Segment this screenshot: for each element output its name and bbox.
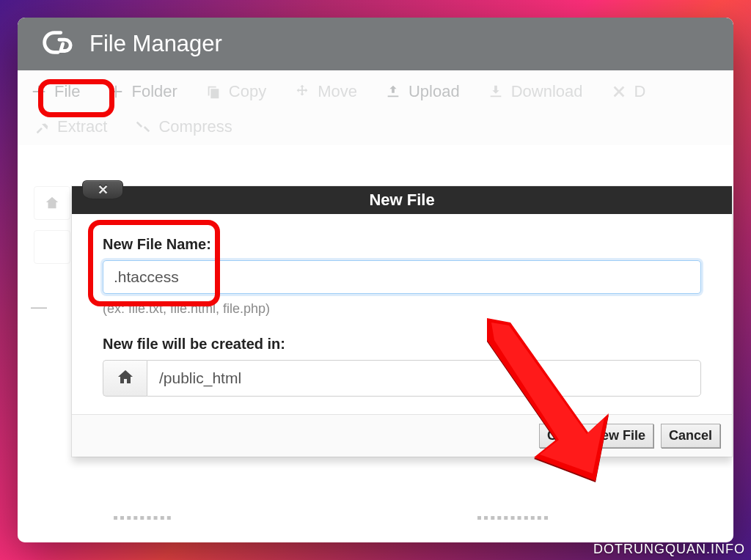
compress-icon xyxy=(135,119,151,135)
plus-icon xyxy=(31,84,47,100)
copy-button[interactable]: Copy xyxy=(201,76,271,107)
cancel-button[interactable]: Cancel xyxy=(661,424,720,448)
bg-row-hint: ▪▪▪▪▪▪▪▪▪ xyxy=(113,509,173,526)
toolbar-label: Upload xyxy=(409,82,460,101)
home-icon xyxy=(117,368,134,388)
compress-button[interactable]: Compress xyxy=(131,111,236,142)
dialog-title-bar: ✕ New File xyxy=(72,186,732,214)
copy-icon xyxy=(205,84,221,100)
close-icon xyxy=(611,84,627,100)
upload-button[interactable]: Upload xyxy=(381,76,464,107)
app-title: File Manager xyxy=(89,31,222,57)
app-window: File Manager File Folder Copy Move Uploa… xyxy=(18,18,733,542)
toolbar: File Folder Copy Move Upload Download D xyxy=(18,70,733,145)
toolbar-label: Copy xyxy=(229,82,266,101)
cutoff-button[interactable]: D xyxy=(607,76,651,107)
toolbar-label: Extract xyxy=(57,117,107,136)
toolbar-label: D xyxy=(634,82,646,101)
upload-icon xyxy=(385,84,401,100)
sidebar-hint xyxy=(34,186,70,479)
tree-collapse: — xyxy=(31,298,47,317)
watermark: DOTRUNGQUAN.INFO xyxy=(593,542,745,557)
create-new-file-button[interactable]: Create New File xyxy=(539,424,653,448)
filename-input[interactable] xyxy=(103,260,701,294)
home-button[interactable] xyxy=(103,360,147,397)
cpanel-logo-icon xyxy=(40,26,73,62)
new-file-dialog: ✕ New File New File Name: (ex: file.txt,… xyxy=(72,186,732,457)
toolbar-label: Download xyxy=(511,82,583,101)
dialog-close-button[interactable]: ✕ xyxy=(82,180,123,199)
app-header: File Manager xyxy=(18,18,733,70)
plus-icon xyxy=(108,84,124,100)
download-icon xyxy=(488,84,504,100)
filename-hint: (ex: file.txt, file.html, file.php) xyxy=(103,301,701,317)
new-file-button[interactable]: File xyxy=(26,76,84,107)
extract-button[interactable]: Extract xyxy=(29,111,111,142)
toolbar-label: Move xyxy=(318,82,357,101)
new-folder-button[interactable]: Folder xyxy=(103,76,181,107)
dialog-footer: Create New File Cancel xyxy=(72,414,732,457)
download-button[interactable]: Download xyxy=(483,76,587,107)
move-icon xyxy=(294,84,310,100)
close-icon: ✕ xyxy=(98,183,109,196)
bg-row-hint: ▪▪▪▪▪▪▪▪▪▪▪ xyxy=(477,509,550,526)
location-label: New file will be created in: xyxy=(103,336,701,353)
toolbar-label: File xyxy=(54,82,80,101)
toolbar-label: Compress xyxy=(158,117,232,136)
dialog-title: New File xyxy=(369,191,434,209)
location-input[interactable] xyxy=(147,360,701,397)
toolbar-label: Folder xyxy=(131,82,177,101)
filename-label: New File Name: xyxy=(103,236,701,253)
move-button[interactable]: Move xyxy=(290,76,362,107)
extract-icon xyxy=(34,119,50,135)
